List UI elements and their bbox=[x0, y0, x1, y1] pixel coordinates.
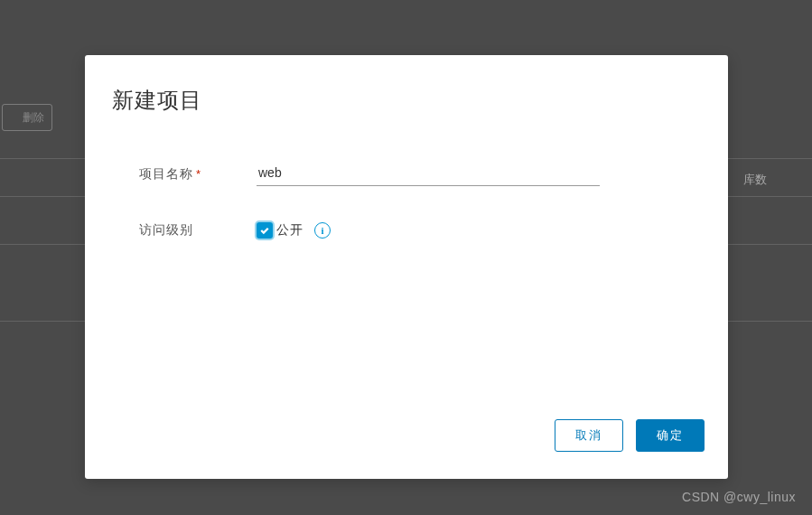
bg-delete-button: 删除 bbox=[2, 104, 52, 131]
access-level-row: 访问级别 公开 i bbox=[139, 222, 701, 239]
modal-body: 项目名称* 访问级别 公开 i bbox=[85, 115, 728, 419]
checkmark-icon bbox=[259, 225, 270, 236]
required-mark: * bbox=[196, 167, 201, 181]
bg-column-header: 库数 bbox=[743, 172, 767, 188]
project-name-row: 项目名称* bbox=[139, 162, 701, 186]
cancel-button[interactable]: 取消 bbox=[555, 419, 623, 452]
info-icon[interactable]: i bbox=[314, 222, 331, 239]
project-name-input[interactable] bbox=[257, 162, 600, 186]
new-project-modal: 新建项目 项目名称* 访问级别 公开 i 取消 确定 bbox=[85, 55, 728, 479]
access-level-label: 访问级别 bbox=[139, 222, 257, 239]
watermark: CSDN @cwy_linux bbox=[682, 490, 796, 504]
public-checkbox-label: 公开 bbox=[276, 222, 303, 239]
modal-footer: 取消 确定 bbox=[85, 419, 728, 479]
confirm-button[interactable]: 确定 bbox=[636, 419, 705, 452]
modal-title: 新建项目 bbox=[85, 55, 728, 115]
public-checkbox[interactable] bbox=[257, 222, 273, 239]
public-checkbox-wrap: 公开 i bbox=[257, 222, 331, 239]
project-name-label: 项目名称* bbox=[139, 166, 257, 183]
